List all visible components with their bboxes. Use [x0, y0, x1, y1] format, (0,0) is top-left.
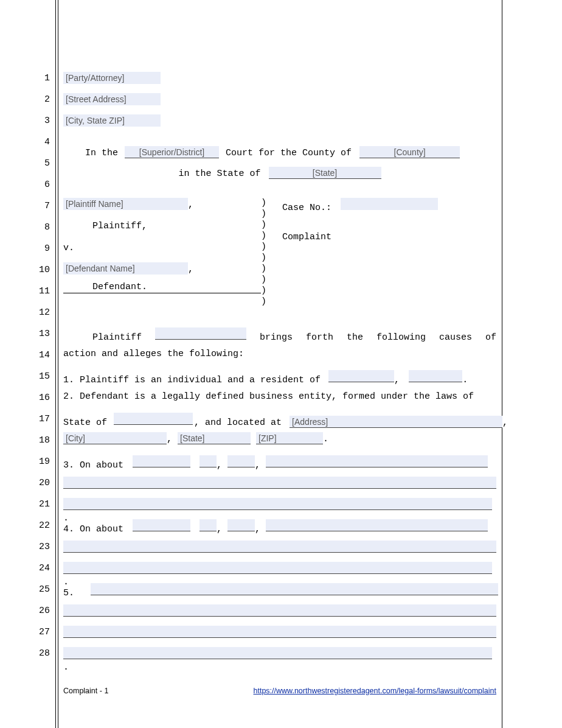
versus-label: v.: [63, 243, 74, 253]
line-number: 21: [0, 499, 50, 509]
footer-left: Complaint - 1: [63, 687, 108, 695]
state-field[interactable]: [State]: [178, 432, 251, 444]
city-field[interactable]: [City]: [63, 432, 167, 444]
para5-line3-blank[interactable]: [63, 626, 496, 638]
court-state-field[interactable]: [State]: [269, 167, 381, 179]
line-number: 23: [0, 542, 50, 552]
para3-month-blank[interactable]: [133, 455, 190, 467]
para4-tail-blank[interactable]: [266, 519, 488, 531]
line-number: 6: [0, 180, 50, 190]
caption-parens: )))))))))): [261, 198, 273, 307]
caption-block: [Plaintiff Name], Plaintiff, v. [Defenda…: [63, 198, 496, 304]
line-number: 11: [0, 286, 50, 296]
line-number: 13: [0, 329, 50, 339]
plaintiff-label: Plaintiff,: [92, 221, 147, 231]
vertical-rule-3: [502, 0, 502, 728]
footer-link[interactable]: https://www.northwestregisteredagent.com…: [254, 687, 496, 695]
county-field[interactable]: [County]: [359, 146, 460, 158]
para3-prefix: 3. On about: [63, 460, 123, 471]
para1-prefix: 1. Plaintiff is an individual and a resi…: [63, 375, 321, 385]
intro-plaintiff-word: Plaintiff: [63, 332, 142, 343]
line-number: 25: [0, 584, 50, 595]
para1-state-blank[interactable]: [409, 370, 462, 382]
para5-line2-blank[interactable]: [63, 604, 496, 617]
line-number: 1: [0, 73, 50, 83]
line-number: 24: [0, 563, 50, 573]
court-mid: Court for the County of: [226, 148, 352, 158]
para3-tail-blank[interactable]: [266, 455, 488, 467]
court-prefix: In the: [63, 148, 118, 158]
line-number: 14: [0, 350, 50, 360]
document-title: Complaint: [282, 232, 331, 242]
para4-month-blank[interactable]: [133, 519, 190, 531]
para5-line4-blank[interactable]: [63, 647, 492, 659]
line-number: 4: [0, 137, 50, 147]
defendant-comma: ,: [188, 264, 193, 275]
line-number: 15: [0, 371, 50, 382]
intro-tail: brings forth the following causes of: [260, 332, 496, 343]
para5-prefix: 5.: [63, 588, 74, 598]
para4-year-blank[interactable]: [227, 519, 255, 531]
para3-day-blank[interactable]: [199, 455, 217, 467]
para4-line3-blank[interactable]: [63, 562, 492, 574]
para5-line1-blank[interactable]: [91, 583, 498, 595]
defendant-name-field[interactable]: [Defendant Name]: [63, 262, 188, 275]
para4-prefix: 4. On about: [63, 524, 123, 534]
line-number: 7: [0, 201, 50, 211]
line-number: 18: [0, 435, 50, 446]
para1-city-blank[interactable]: [328, 370, 394, 382]
line-number: 22: [0, 520, 50, 531]
para4-line2-blank[interactable]: [63, 541, 496, 553]
party-attorney-field[interactable]: [Party/Attorney]: [63, 72, 161, 84]
line-number: 19: [0, 457, 50, 467]
case-no-label: Case No.:: [282, 203, 331, 213]
plaintiff-comma: ,: [188, 200, 193, 210]
line-number: 5: [0, 158, 50, 169]
vertical-rule-1: [55, 0, 56, 728]
street-address-field[interactable]: [Street Address]: [63, 93, 161, 105]
line-number: 17: [0, 414, 50, 424]
court-type-field[interactable]: [Superior/District]: [125, 146, 219, 158]
vertical-rule-2: [58, 0, 58, 728]
line-number: 27: [0, 627, 50, 637]
line-number: 28: [0, 648, 50, 659]
line-number: 8: [0, 222, 50, 233]
city-state-zip-field[interactable]: [City, State ZIP]: [63, 114, 161, 127]
para1-comma: ,: [394, 375, 400, 385]
line-number: 16: [0, 393, 50, 403]
para2-text: 2. Defendant is a legally defined busine…: [63, 391, 474, 402]
page-footer: Complaint - 1 https://www.northwestregis…: [63, 687, 496, 695]
line-number: 3: [0, 116, 50, 126]
pleading-page: 1234567891011121314151617181920212223242…: [0, 0, 562, 728]
para4-day-blank[interactable]: [199, 519, 217, 531]
para3-line3-blank[interactable]: [63, 498, 492, 510]
plaintiff-name-field[interactable]: [Plaintiff Name]: [63, 198, 188, 210]
caption-underline: [63, 293, 261, 293]
address-field[interactable]: [Address]: [290, 416, 502, 428]
court-line2-prefix: in the State of: [178, 169, 260, 179]
line-number: 12: [0, 307, 50, 318]
para2b-state-blank[interactable]: [114, 413, 193, 425]
line-number: 9: [0, 243, 50, 254]
para2b-prefix: State of: [63, 418, 107, 428]
para3-line2-blank[interactable]: [63, 477, 496, 489]
line-number: 2: [0, 94, 50, 105]
intro-line2: action and alleges the following:: [63, 349, 244, 359]
line-number: 20: [0, 478, 50, 488]
intro-plaintiff-name-blank[interactable]: [155, 327, 246, 340]
para1-period: .: [462, 375, 468, 385]
case-no-field[interactable]: [341, 198, 438, 210]
para2b-mid: , and located at: [194, 418, 282, 428]
defendant-label: Defendant.: [92, 282, 147, 292]
line-number: 10: [0, 265, 50, 275]
para3-year-blank[interactable]: [227, 455, 255, 467]
zip-field[interactable]: [ZIP]: [256, 432, 323, 444]
line-number: 26: [0, 606, 50, 616]
